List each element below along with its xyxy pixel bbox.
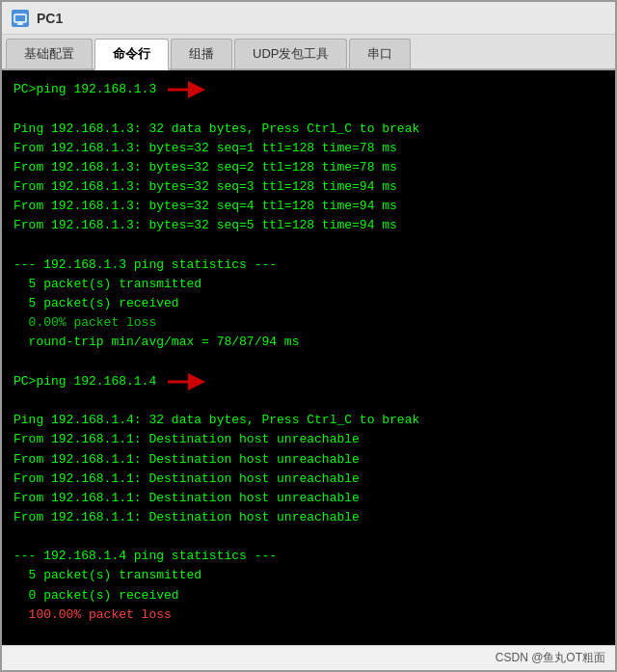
- line-text: 5 packet(s) transmitted: [13, 566, 201, 585]
- line-text: --- 192.168.1.4 ping statistics ---: [13, 547, 277, 566]
- tab-serial[interactable]: 串口: [349, 39, 411, 68]
- line-text: 5 packet(s) transmitted: [13, 275, 201, 294]
- main-window: PC1 基础配置 命令行 组播 UDP发包工具 串口 PC>ping 192.1…: [0, 0, 617, 672]
- terminal-line: PC>ping 192.168.1.4: [13, 372, 604, 392]
- window-icon: [12, 10, 29, 27]
- terminal-line: [13, 352, 604, 371]
- terminal-line: From 192.168.1.3: bytes=32 seq=4 ttl=128…: [13, 197, 604, 216]
- line-text: From 192.168.1.1: Destination host unrea…: [13, 508, 360, 527]
- terminal-line: From 192.168.1.1: Destination host unrea…: [13, 450, 604, 470]
- line-text: From 192.168.1.1: Destination host unrea…: [13, 430, 360, 449]
- tab-command-line[interactable]: 命令行: [94, 39, 169, 70]
- line-text: From 192.168.1.3: bytes=32 seq=3 ttl=128…: [13, 177, 397, 197]
- arrow-icon: [156, 80, 210, 100]
- line-text: From 192.168.1.1: Destination host unrea…: [13, 489, 360, 508]
- terminal-line: From 192.168.1.3: bytes=32 seq=3 ttl=128…: [13, 177, 604, 197]
- terminal-line: PC>ping 192.168.1.3: [13, 80, 604, 100]
- line-text: --- 192.168.1.3 ping statistics ---: [13, 255, 277, 275]
- line-text: PC>ping 192.168.1.4: [13, 372, 156, 391]
- line-text: 100.00% packet loss: [13, 605, 172, 625]
- line-text: From 192.168.1.1: Destination host unrea…: [13, 450, 360, 470]
- terminal-line: 5 packet(s) transmitted: [13, 275, 604, 294]
- terminal-line: [13, 100, 604, 120]
- footer-bar: CSDN @鱼丸OT粗面: [2, 645, 615, 670]
- line-text: PC>ping 192.168.1.3: [13, 80, 156, 99]
- terminal-line: From 192.168.1.3: bytes=32 seq=1 ttl=128…: [13, 139, 604, 158]
- line-text: round-trip min/avg/max = 78/87/94 ms: [13, 333, 299, 352]
- tab-bar: 基础配置 命令行 组播 UDP发包工具 串口: [2, 35, 615, 70]
- tab-multicast[interactable]: 组播: [171, 39, 232, 68]
- terminal-line: From 192.168.1.1: Destination host unrea…: [13, 508, 604, 527]
- terminal-line: [13, 391, 604, 411]
- title-bar: PC1: [2, 2, 615, 35]
- line-text: Ping 192.168.1.3: 32 data bytes, Press C…: [13, 120, 419, 139]
- terminal-line: 0.00% packet loss: [13, 313, 604, 333]
- window-title: PC1: [37, 11, 63, 26]
- line-text: 0.00% packet loss: [13, 313, 156, 333]
- line-text: From 192.168.1.1: Destination host unrea…: [13, 470, 360, 489]
- terminal-output[interactable]: PC>ping 192.168.1.3 Ping 192.168.1.3: 32…: [2, 70, 615, 645]
- line-text: From 192.168.1.3: bytes=32 seq=4 ttl=128…: [13, 197, 397, 216]
- terminal-line: From 192.168.1.1: Destination host unrea…: [13, 470, 604, 489]
- tab-udp-tool[interactable]: UDP发包工具: [234, 39, 347, 68]
- footer-text: CSDN @鱼丸OT粗面: [496, 650, 605, 666]
- svg-rect-0: [14, 14, 26, 22]
- terminal-line: From 192.168.1.1: Destination host unrea…: [13, 430, 604, 449]
- line-text: 5 packet(s) received: [13, 294, 179, 313]
- tab-basic-config[interactable]: 基础配置: [6, 39, 93, 68]
- terminal-line: From 192.168.1.1: Destination host unrea…: [13, 489, 604, 508]
- terminal-line: Ping 192.168.1.3: 32 data bytes, Press C…: [13, 120, 604, 139]
- terminal-line: --- 192.168.1.3 ping statistics ---: [13, 255, 604, 275]
- terminal-line: 5 packet(s) transmitted: [13, 566, 604, 585]
- terminal-line: --- 192.168.1.4 ping statistics ---: [13, 547, 604, 566]
- line-text: Ping 192.168.1.4: 32 data bytes, Press C…: [13, 411, 419, 430]
- arrow-icon: [156, 372, 210, 392]
- line-text: From 192.168.1.3: bytes=32 seq=1 ttl=128…: [13, 139, 397, 158]
- terminal-line: round-trip min/avg/max = 78/87/94 ms: [13, 333, 604, 352]
- line-text: 0 packet(s) received: [13, 586, 179, 605]
- terminal-line: 100.00% packet loss: [13, 605, 604, 625]
- line-text: From 192.168.1.3: bytes=32 seq=5 ttl=128…: [13, 216, 397, 235]
- line-text: From 192.168.1.3: bytes=32 seq=2 ttl=128…: [13, 158, 397, 177]
- terminal-line: 5 packet(s) received: [13, 294, 604, 313]
- terminal-line: From 192.168.1.3: bytes=32 seq=2 ttl=128…: [13, 158, 604, 177]
- terminal-line: From 192.168.1.3: bytes=32 seq=5 ttl=128…: [13, 216, 604, 235]
- terminal-line: 0 packet(s) received: [13, 586, 604, 605]
- terminal-line: [13, 527, 604, 547]
- terminal-line: Ping 192.168.1.4: 32 data bytes, Press C…: [13, 411, 604, 430]
- terminal-line: [13, 236, 604, 255]
